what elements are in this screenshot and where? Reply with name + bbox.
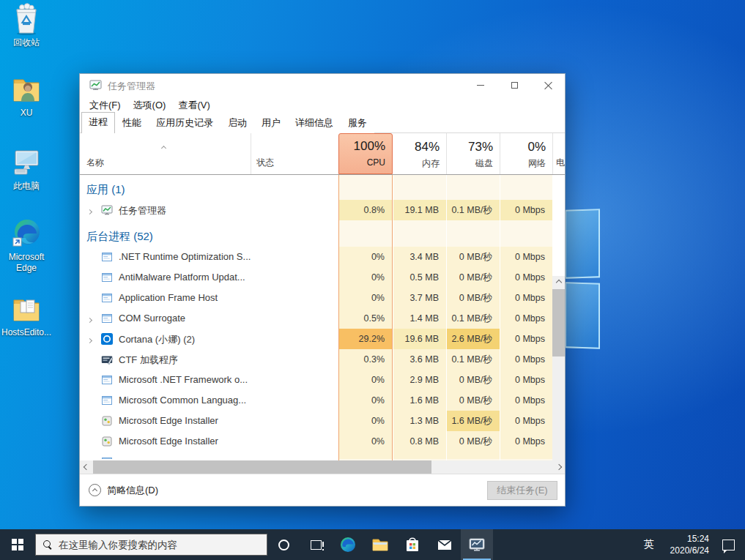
cortana-process-icon	[101, 333, 113, 345]
cpu-cell: 0%	[339, 288, 392, 308]
process-list: 应用 (1)任务管理器0.8%19.1 MB0.1 MB/秒0 Mbps后台进程…	[80, 175, 565, 460]
end-task-button[interactable]: 结束任务(E)	[487, 481, 557, 500]
tab-进程[interactable]: 进程	[81, 112, 115, 133]
vertical-scrollbar[interactable]	[552, 276, 565, 460]
tab-应用历史记录[interactable]: 应用历史记录	[149, 113, 220, 133]
horizontal-scrollbar[interactable]	[80, 460, 565, 474]
cpu-cell: 29.2%	[339, 329, 392, 349]
menu-item[interactable]: 文件(F)	[89, 99, 121, 112]
win-process-icon	[101, 292, 113, 304]
action-center-icon[interactable]	[722, 540, 735, 550]
process-row[interactable]	[80, 452, 552, 459]
taskbar-clock[interactable]: 15:24 2020/6/24	[663, 533, 716, 556]
desktop-icon-recycle[interactable]: 回收站	[0, 3, 53, 48]
cpu-cell: 0.8%	[339, 200, 392, 220]
tab-性能[interactable]: 性能	[115, 113, 149, 133]
clock-time: 15:24	[687, 534, 709, 544]
column-name[interactable]: 名称	[86, 157, 104, 169]
column-network[interactable]: 0% 网络	[500, 133, 552, 174]
cpu-cell	[339, 452, 392, 459]
taskmgr-process-icon	[101, 204, 113, 216]
expand-chevron-icon[interactable]	[88, 204, 92, 217]
process-row[interactable]: .NET Runtime Optimization S...0%3.4 MB0 …	[80, 247, 552, 267]
column-status[interactable]: 状态	[256, 157, 274, 169]
column-disk[interactable]: 73% 磁盘	[447, 133, 500, 174]
memory-cell	[393, 452, 446, 459]
menu-item[interactable]: 选项(O)	[133, 99, 166, 112]
scroll-left-icon[interactable]	[80, 460, 92, 473]
search-input[interactable]	[59, 540, 259, 550]
network-cell	[500, 226, 552, 247]
fewer-details-icon[interactable]	[89, 484, 101, 496]
maximize-icon	[511, 82, 518, 89]
desktop-icon-hosts[interactable]: HostsEdito...	[0, 293, 53, 338]
cpu-cell: 0%	[339, 411, 392, 431]
tab-用户[interactable]: 用户	[254, 113, 288, 133]
process-row[interactable]: AntiMalware Platform Updat...0%0.5 MB0 M…	[80, 267, 552, 288]
maximize-button[interactable]	[497, 74, 531, 96]
cpu-cell: 0%	[339, 431, 392, 452]
minimize-button[interactable]	[464, 74, 497, 96]
process-row[interactable]: 任务管理器0.8%19.1 MB0.1 MB/秒0 Mbps	[80, 200, 552, 220]
minimize-icon	[477, 85, 484, 86]
memory-cell: 0.5 MB	[393, 267, 446, 288]
process-row[interactable]: Microsoft Edge Installer0%0.8 MB0 MB/秒0 …	[80, 431, 552, 452]
column-cpu[interactable]: 100% CPU	[338, 133, 393, 174]
cpu-cell: 0.5%	[339, 308, 392, 329]
tab-启动[interactable]: 启动	[220, 113, 254, 133]
close-button[interactable]	[531, 74, 565, 96]
desktop-icon-userfolder[interactable]: XU	[0, 73, 53, 119]
start-button[interactable]	[0, 529, 35, 560]
process-row[interactable]: Microsoft .NET Framework o...0%2.9 MB0 M…	[80, 370, 552, 390]
taskbar-file-explorer-icon[interactable]	[364, 529, 396, 560]
desktop-icon-edge[interactable]: Microsoft Edge	[0, 217, 53, 274]
taskbar-edge-icon[interactable]	[332, 529, 364, 560]
desktop-icon-thispc[interactable]: 此电脑	[0, 146, 53, 192]
desktop-icon-label: HostsEdito...	[0, 327, 53, 338]
taskbar-cortana-icon[interactable]	[267, 529, 300, 560]
fewer-details-label[interactable]: 简略信息(D)	[107, 484, 158, 497]
process-row[interactable]: Microsoft Common Languag...0%1.6 MB0 MB/…	[80, 390, 552, 411]
disk-cell: 0 MB/秒	[447, 431, 500, 452]
network-cell: 0 Mbps	[500, 247, 552, 267]
disk-cell: 0 MB/秒	[447, 288, 500, 308]
expand-chevron-icon[interactable]	[88, 332, 92, 346]
disk-cell: 0 MB/秒	[447, 390, 500, 411]
taskbar-microsoft-store-icon[interactable]	[396, 529, 429, 560]
network-cell: 0 Mbps	[500, 390, 552, 411]
taskbar-task-manager-icon[interactable]	[461, 529, 493, 560]
title-bar[interactable]: 任务管理器	[80, 74, 565, 96]
taskbar-mail-icon[interactable]	[429, 529, 461, 560]
clock-date: 2020/6/24	[670, 545, 709, 556]
menu-item[interactable]: 查看(V)	[178, 99, 210, 112]
group-label: 后台进程 (52)	[86, 230, 153, 244]
process-row[interactable]: Application Frame Host0%3.7 MB0 MB/秒0 Mb…	[80, 288, 552, 308]
process-row[interactable]: COM Surrogate0.5%1.4 MB0.1 MB/秒0 Mbps	[80, 308, 552, 329]
memory-cell	[393, 226, 446, 247]
scroll-up-icon[interactable]	[552, 276, 565, 288]
column-memory[interactable]: 84% 内存	[393, 133, 446, 174]
name-cell: CTF 加载程序	[80, 349, 338, 370]
cpu-cell	[339, 226, 392, 247]
disk-cell	[447, 452, 500, 459]
horizontal-scroll-thumb[interactable]	[93, 460, 431, 474]
windows-logo-icon	[12, 539, 23, 550]
ime-indicator[interactable]: 英	[635, 538, 663, 551]
process-row[interactable]: Microsoft Edge Installer0%1.3 MB1.6 MB/秒…	[80, 411, 552, 431]
expand-chevron-icon[interactable]	[88, 312, 92, 325]
process-row[interactable]: CTF 加载程序0.3%3.6 MB0.1 MB/秒0 Mbps	[80, 349, 552, 370]
vertical-scroll-thumb[interactable]	[552, 289, 565, 356]
cpu-cell: 0%	[339, 390, 392, 411]
scroll-right-icon[interactable]	[552, 460, 565, 473]
tab-详细信息[interactable]: 详细信息	[288, 113, 341, 133]
tab-服务[interactable]: 服务	[341, 113, 374, 133]
process-row[interactable]: Cortana (小娜) (2)29.2%19.6 MB2.6 MB/秒0 Mb…	[80, 329, 552, 349]
group-row[interactable]: 后台进程 (52)	[80, 226, 552, 247]
column-power-partial[interactable]: 电	[556, 157, 565, 169]
taskbar-search-box[interactable]	[35, 534, 267, 556]
taskbar-task-view-icon[interactable]	[300, 529, 332, 560]
group-row[interactable]: 应用 (1)	[80, 179, 552, 200]
name-cell: Microsoft Edge Installer	[80, 431, 338, 452]
desktop-icon-label: XU	[0, 108, 53, 119]
process-name: COM Surrogate	[119, 313, 185, 324]
